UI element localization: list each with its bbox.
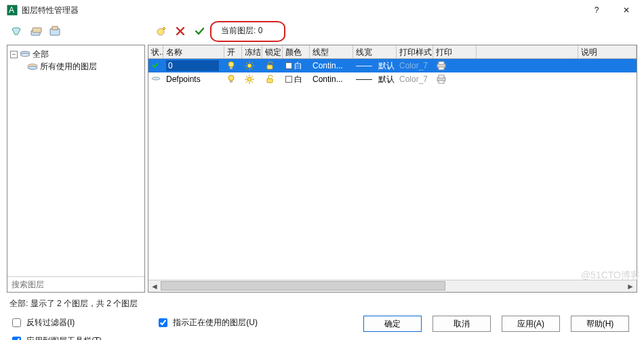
search-box[interactable] xyxy=(7,276,144,292)
layer-grid: 状.. 名称 开 冻结 锁定 颜色 线型 线宽 打印样式 打印 说明 白 Con… xyxy=(148,45,637,293)
status-line: 全部: 显示了 2 个图层，共 2 个图层 xyxy=(0,294,644,314)
delete-layer-icon[interactable] xyxy=(174,24,187,38)
col-on[interactable]: 开 xyxy=(224,45,242,58)
svg-point-7 xyxy=(157,28,164,35)
new-group-filter-icon[interactable] xyxy=(30,24,43,38)
svg-point-14 xyxy=(247,64,251,68)
filter-tree-panel: − 全部 所有使用的图层 xyxy=(7,45,145,293)
svg-point-9 xyxy=(20,54,30,56)
col-lock[interactable]: 锁定 xyxy=(262,45,283,58)
dialog-buttons: 确定 取消 应用(A) 帮助(H) xyxy=(363,316,629,332)
unlock-icon[interactable] xyxy=(265,61,275,70)
svg-rect-41 xyxy=(439,75,444,78)
svg-line-35 xyxy=(246,76,247,77)
svg-text:A: A xyxy=(9,5,14,15)
grid-header[interactable]: 状.. 名称 开 冻结 锁定 颜色 线型 线宽 打印样式 打印 说明 xyxy=(148,45,637,59)
unlock-icon[interactable] xyxy=(265,75,275,84)
svg-rect-25 xyxy=(439,62,444,64)
table-row[interactable]: Defpoints 白 Contin... —— 默认 Color_7 xyxy=(148,72,637,86)
sun-icon[interactable] xyxy=(245,75,254,84)
table-row[interactable]: 白 Contin... —— 默认 Color_7 xyxy=(148,59,637,72)
tree-node-all[interactable]: − 全部 xyxy=(9,48,143,60)
printer-icon[interactable] xyxy=(436,61,447,70)
layers-used-icon xyxy=(26,62,39,71)
svg-rect-26 xyxy=(439,67,444,70)
col-plot[interactable]: 打印 xyxy=(433,45,477,58)
svg-rect-6 xyxy=(52,26,58,30)
tree-label: 全部 xyxy=(33,48,49,60)
col-lineweight[interactable]: 线宽 xyxy=(353,45,397,58)
svg-rect-42 xyxy=(439,81,444,83)
titlebar: A 图层特性管理器 ? ✕ xyxy=(0,0,644,20)
app-icon: A xyxy=(7,5,18,16)
svg-line-19 xyxy=(246,62,247,64)
cancel-button[interactable]: 取消 xyxy=(432,316,491,332)
indicate-used-checkbox[interactable]: 指示正在使用的图层(U) xyxy=(156,316,258,329)
svg-point-27 xyxy=(152,77,160,80)
plotstyle-cell: Color_7 xyxy=(397,61,433,70)
linetype-cell[interactable]: Contin... xyxy=(310,61,353,70)
svg-rect-23 xyxy=(267,65,273,69)
col-spacer xyxy=(477,45,578,58)
printer-icon[interactable] xyxy=(436,75,447,84)
plotstyle-cell: Color_7 xyxy=(397,75,433,84)
bulb-on-icon[interactable] xyxy=(227,61,235,70)
help-button[interactable]: ? xyxy=(582,0,611,20)
scroll-left-icon[interactable]: ◄ xyxy=(148,280,161,293)
new-filter-icon[interactable] xyxy=(11,24,24,38)
col-desc[interactable]: 说明 xyxy=(578,45,637,58)
layer-state-icon xyxy=(151,75,161,84)
close-button[interactable]: ✕ xyxy=(611,0,641,20)
bulb-on-icon[interactable] xyxy=(227,75,235,84)
col-name[interactable]: 名称 xyxy=(163,45,224,58)
window-title: 图层特性管理器 xyxy=(22,5,582,16)
set-current-icon[interactable] xyxy=(193,24,206,38)
sun-icon[interactable] xyxy=(245,61,254,70)
tree-node-used[interactable]: 所有使用的图层 xyxy=(9,60,143,72)
invert-filter-checkbox[interactable]: 反转过滤器(I) xyxy=(9,316,102,329)
filter-tree[interactable]: − 全部 所有使用的图层 xyxy=(7,45,144,276)
horizontal-scrollbar[interactable]: ◄ ► xyxy=(148,280,637,292)
svg-rect-39 xyxy=(267,79,273,83)
scroll-thumb[interactable] xyxy=(161,281,445,291)
new-layer-icon[interactable] xyxy=(155,24,168,38)
col-linetype[interactable]: 线型 xyxy=(310,45,353,58)
linetype-cell[interactable]: Contin... xyxy=(310,75,353,84)
current-check-icon xyxy=(151,61,159,71)
svg-point-30 xyxy=(247,77,251,81)
svg-point-11 xyxy=(28,66,37,70)
collapse-icon[interactable]: − xyxy=(10,51,18,58)
layers-stack-icon xyxy=(19,49,31,59)
col-plotstyle[interactable]: 打印样式 xyxy=(397,45,433,58)
lineweight-cell[interactable]: —— 默认 xyxy=(353,60,397,72)
color-swatch[interactable] xyxy=(285,62,292,69)
col-color[interactable]: 颜色 xyxy=(283,45,310,58)
svg-line-22 xyxy=(246,68,247,69)
col-state[interactable]: 状.. xyxy=(148,45,163,58)
svg-rect-13 xyxy=(230,67,233,69)
svg-line-37 xyxy=(251,76,253,77)
ok-button[interactable]: 确定 xyxy=(363,316,422,332)
scroll-right-icon[interactable]: ► xyxy=(624,280,637,293)
search-input[interactable] xyxy=(7,277,144,292)
svg-line-21 xyxy=(251,62,253,64)
svg-point-12 xyxy=(228,62,234,67)
help-button-bottom[interactable]: 帮助(H) xyxy=(571,316,629,332)
svg-rect-4 xyxy=(33,28,41,33)
layer-name-cell[interactable]: Defpoints xyxy=(163,75,224,84)
layer-name-input[interactable] xyxy=(166,60,219,71)
col-freeze[interactable]: 冻结 xyxy=(242,45,262,58)
current-layer-indicator: 当前图层: 0 xyxy=(216,24,280,39)
toolbar: 当前图层: 0 xyxy=(0,20,644,42)
svg-line-36 xyxy=(251,81,253,83)
apply-button[interactable]: 应用(A) xyxy=(502,316,560,332)
grid-body[interactable]: 白 Contin... —— 默认 Color_7 Defpoints 白 Co… xyxy=(148,59,637,280)
tree-label: 所有使用的图层 xyxy=(40,60,97,72)
svg-rect-29 xyxy=(230,81,233,83)
apply-toolbar-checkbox[interactable]: 应用到图层工具栏(T) xyxy=(9,335,102,340)
layer-states-icon[interactable] xyxy=(49,24,62,38)
color-swatch[interactable] xyxy=(285,76,292,83)
svg-line-38 xyxy=(246,81,247,83)
svg-line-20 xyxy=(251,68,253,69)
lineweight-cell[interactable]: —— 默认 xyxy=(353,74,397,85)
